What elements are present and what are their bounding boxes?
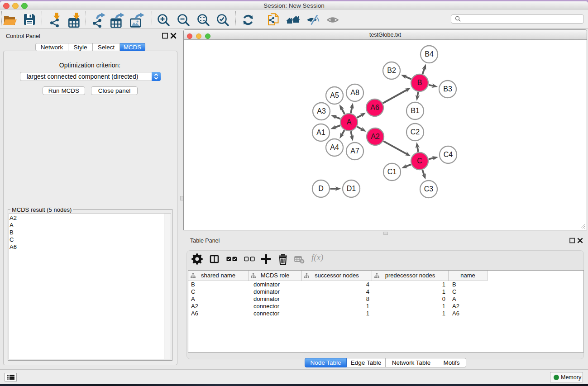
svg-text:A2: A2 xyxy=(371,133,380,140)
svg-text:D1: D1 xyxy=(347,185,356,192)
svg-text:D: D xyxy=(318,185,324,192)
svg-text:A3: A3 xyxy=(317,107,326,115)
svg-text:B3: B3 xyxy=(443,85,452,93)
svg-text:A8: A8 xyxy=(350,89,359,96)
svg-text:B2: B2 xyxy=(387,67,396,74)
svg-text:C4: C4 xyxy=(444,151,453,158)
svg-text:A5: A5 xyxy=(330,91,339,99)
svg-text:A6: A6 xyxy=(370,104,379,111)
svg-text:B: B xyxy=(417,79,422,86)
svg-text:C: C xyxy=(417,157,422,165)
svg-text:A4: A4 xyxy=(330,143,339,151)
svg-text:C3: C3 xyxy=(424,185,434,193)
svg-text:B4: B4 xyxy=(425,50,434,58)
svg-text:C2: C2 xyxy=(411,128,420,136)
svg-text:B1: B1 xyxy=(411,107,420,114)
svg-text:A: A xyxy=(347,118,352,126)
svg-text:C1: C1 xyxy=(387,168,397,176)
svg-text:A7: A7 xyxy=(350,147,359,155)
svg-text:A1: A1 xyxy=(316,129,325,136)
